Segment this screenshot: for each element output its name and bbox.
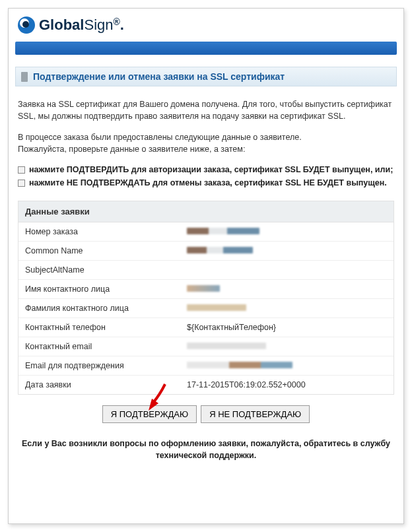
instruction-confirm: нажмите ПОДТВЕРДИТЬ для авторизации зака… xyxy=(18,165,394,174)
footer-help-text: Если у Вас возникли вопросы по оформлени… xyxy=(18,438,394,461)
row-label: Контактный email xyxy=(25,342,187,351)
top-blue-bar xyxy=(15,42,397,55)
instruction-confirm-text: нажмите ПОДТВЕРДИТЬ для авторизации зака… xyxy=(29,165,393,174)
table-row: SubjectAltName xyxy=(18,261,394,280)
row-label: Common Name xyxy=(25,246,187,255)
row-value-redacted xyxy=(187,284,387,294)
application-data-table: Данные заявки Номер заказа Common Name S… xyxy=(18,201,394,395)
row-value-redacted xyxy=(187,246,387,255)
row-label: Email для подтверждения xyxy=(25,361,187,370)
brand-name: GlobalSign®. xyxy=(39,17,124,34)
globalsign-logo-icon xyxy=(18,17,35,34)
confirm-button[interactable]: Я ПОДТВЕРЖДАЮ xyxy=(102,405,197,423)
row-value-redacted xyxy=(187,361,387,370)
section-title-bar: Подтверждение или отмена заявки на SSL с… xyxy=(15,67,397,86)
row-label: Фамилия контактного лица xyxy=(25,304,187,313)
button-row: Я ПОДТВЕРЖДАЮ Я НЕ ПОДТВЕРЖДАЮ xyxy=(18,405,394,423)
row-label: Имя контактного лица xyxy=(25,284,187,294)
row-label: Дата заявки xyxy=(25,380,187,389)
brand-header: GlobalSign®. xyxy=(9,9,403,39)
data-table-header: Данные заявки xyxy=(18,201,394,222)
brand-dot: . xyxy=(120,17,124,33)
section-title-text: Подтверждение или отмена заявки на SSL с… xyxy=(33,71,285,82)
row-label: Контактный телефон xyxy=(25,323,187,332)
instruction-deny: нажмите НЕ ПОДТВЕРЖДАТЬ для отмены заказ… xyxy=(18,178,394,187)
row-value-empty xyxy=(187,265,387,275)
table-row: Email для подтверждения xyxy=(18,356,394,376)
table-row: Контактный email xyxy=(18,337,394,356)
page-card: GlobalSign®. Подтверждение или отмена за… xyxy=(8,8,404,524)
table-row: Дата заявки 17-11-2015T06:19:02.552+0000 xyxy=(18,376,394,394)
intro-paragraph-2b: Пожалуйста, проверьте данные о заявителе… xyxy=(18,143,394,155)
row-value-redacted xyxy=(187,227,387,236)
deny-button[interactable]: Я НЕ ПОДТВЕРЖДАЮ xyxy=(201,405,310,423)
row-label: SubjectAltName xyxy=(25,265,187,275)
intro-paragraph-2a: В процессе заказа были предоставлены сле… xyxy=(18,131,394,143)
row-value: 17-11-2015T06:19:02.552+0000 xyxy=(187,380,387,389)
brand-thin: Sign xyxy=(84,17,113,33)
row-value-redacted xyxy=(187,342,387,351)
body-text: Заявка на SSL сертификат для Вашего доме… xyxy=(15,86,397,461)
checkbox-icon xyxy=(18,180,25,187)
table-row: Контактный телефон ${КонтактныйТелефон} xyxy=(18,318,394,337)
intro-paragraph-1: Заявка на SSL сертификат для Вашего доме… xyxy=(18,98,394,122)
registered-icon: ® xyxy=(114,17,120,27)
section-bullet-icon xyxy=(21,72,28,82)
checkbox-icon xyxy=(18,166,25,174)
table-row: Common Name xyxy=(18,242,394,261)
brand-bold: Global xyxy=(39,17,84,33)
instruction-deny-text: нажмите НЕ ПОДТВЕРЖДАТЬ для отмены заказ… xyxy=(29,178,387,187)
table-row: Номер заказа xyxy=(18,222,394,242)
row-value: ${КонтактныйТелефон} xyxy=(187,323,387,332)
content-area: Подтверждение или отмена заявки на SSL с… xyxy=(9,55,403,461)
table-row: Имя контактного лица xyxy=(18,280,394,299)
row-value-redacted xyxy=(187,304,387,313)
row-label: Номер заказа xyxy=(25,227,187,236)
table-row: Фамилия контактного лица xyxy=(18,299,394,318)
